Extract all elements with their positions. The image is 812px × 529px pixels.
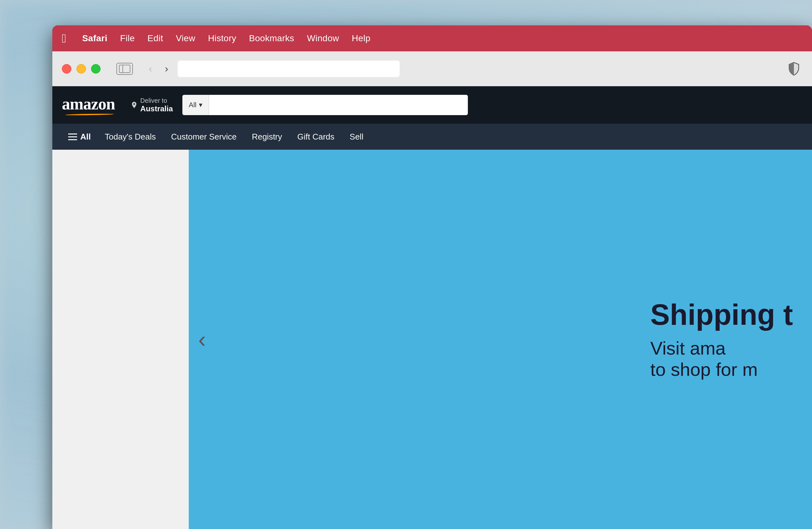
shipping-sub2: to shop for m	[650, 359, 793, 380]
amazon-header: amazon Deliver to Australia All ▾	[52, 86, 812, 124]
forward-button[interactable]: ›	[162, 61, 172, 76]
carousel-back-button[interactable]: ‹	[198, 326, 206, 352]
sidebar-toggle-button[interactable]	[116, 63, 133, 75]
nav-sell[interactable]: Sell	[342, 132, 371, 142]
search-bar[interactable]: All ▾	[183, 95, 468, 115]
left-panel	[52, 150, 189, 529]
content-area: ‹ Shipping t Visit ama to shop for m	[52, 150, 812, 529]
deliver-country: Australia	[140, 104, 173, 113]
minimize-button[interactable]	[76, 64, 86, 74]
shield-icon[interactable]	[785, 60, 802, 77]
nav-todays-deals[interactable]: Today's Deals	[97, 132, 163, 142]
amazon-logo[interactable]: amazon	[62, 94, 115, 116]
nav-registry[interactable]: Registry	[244, 132, 290, 142]
menu-view[interactable]: View	[176, 33, 195, 43]
address-bar[interactable]	[178, 60, 779, 78]
dropdown-chevron-icon: ▾	[199, 101, 202, 109]
monitor-frame:  Safari File Edit View History Bookmark…	[52, 25, 812, 529]
svg-rect-0	[119, 65, 130, 73]
url-input[interactable]	[178, 61, 400, 77]
hamburger-icon	[68, 133, 77, 140]
shipping-sub1: Visit ama	[650, 337, 793, 359]
main-carousel: ‹ Shipping t Visit ama to shop for m	[189, 150, 812, 529]
menu-safari[interactable]: Safari	[82, 33, 107, 43]
deliver-label: Deliver to	[140, 97, 173, 104]
search-category-dropdown[interactable]: All ▾	[183, 95, 209, 115]
search-category-label: All	[189, 101, 196, 109]
menu-bookmarks[interactable]: Bookmarks	[249, 33, 294, 43]
deliver-to-section[interactable]: Deliver to Australia	[131, 97, 173, 113]
menu-edit[interactable]: Edit	[147, 33, 163, 43]
carousel-content-text: Shipping t Visit ama to shop for m	[631, 150, 812, 529]
maximize-button[interactable]	[91, 64, 101, 74]
back-button[interactable]: ‹	[146, 61, 156, 76]
nav-all-label: All	[80, 132, 91, 142]
browser-chrome: ‹ ›	[52, 52, 812, 86]
nav-customer-service[interactable]: Customer Service	[163, 132, 244, 142]
menu-history[interactable]: History	[208, 33, 236, 43]
menu-window[interactable]: Window	[307, 33, 339, 43]
traffic-lights	[62, 64, 101, 74]
menu-help[interactable]: Help	[352, 33, 371, 43]
macos-menubar:  Safari File Edit View History Bookmark…	[52, 25, 812, 52]
amazon-nav: All Today's Deals Customer Service Regis…	[52, 124, 812, 150]
shipping-heading: Shipping t	[650, 299, 793, 331]
apple-logo-icon[interactable]: 	[62, 32, 66, 45]
nav-gift-cards[interactable]: Gift Cards	[290, 132, 342, 142]
nav-all-button[interactable]: All	[62, 132, 97, 142]
search-input[interactable]	[209, 95, 468, 115]
menu-file[interactable]: File	[120, 33, 135, 43]
close-button[interactable]	[62, 64, 71, 74]
